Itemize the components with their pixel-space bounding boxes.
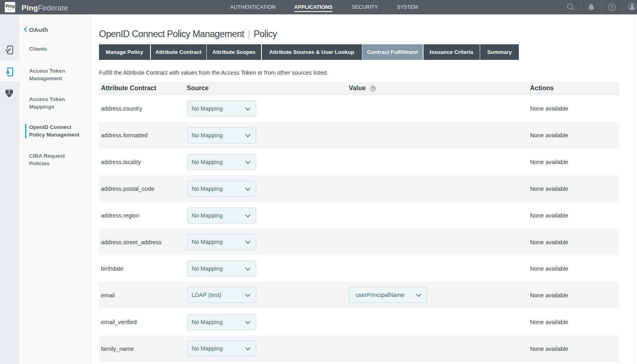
svg-text:?: ? xyxy=(610,5,613,10)
